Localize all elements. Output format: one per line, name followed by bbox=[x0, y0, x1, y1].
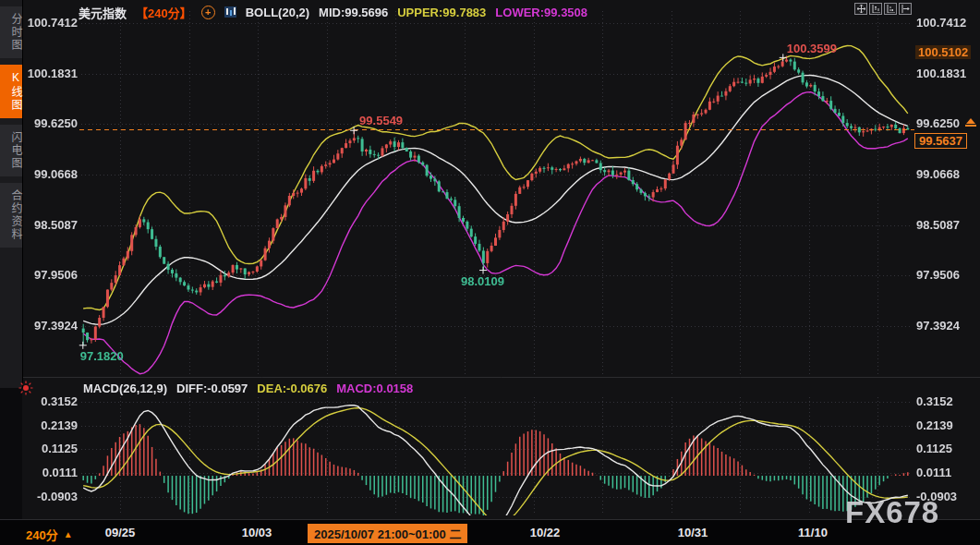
axis-tick-label: 97.3924 bbox=[24, 319, 78, 333]
macd-hist-value: MACD:0.0158 bbox=[336, 382, 413, 395]
axis-tick-label: 100.1831 bbox=[24, 67, 78, 80]
axis-tick-label: 100.1831 bbox=[916, 67, 966, 80]
price-extreme-annotation: 100.3599 bbox=[787, 42, 837, 55]
axis-tick-label: 0.3152 bbox=[916, 394, 953, 408]
trading-chart-window: 分时图K线图闪电图合约资料 美元指数 【240分】 + BOLL(20,2) M… bbox=[0, 0, 980, 545]
period-dropdown-arrow-icon: ▲ bbox=[64, 529, 73, 539]
axis-tick-label: 98.5087 bbox=[24, 218, 78, 232]
sidebar-item-2[interactable]: 闪电图 bbox=[0, 125, 22, 176]
chart-type-sidebar: 分时图K线图闪电图合约资料 bbox=[0, 0, 23, 388]
zoom-x-axis-icon[interactable] bbox=[884, 3, 897, 15]
axis-tick-label: 99.6250 bbox=[916, 116, 960, 130]
macd-dea-value: DEA:-0.0676 bbox=[257, 382, 327, 395]
sidebar-item-1[interactable]: K线图 bbox=[0, 65, 22, 118]
x-axis-date-label: 09/25 bbox=[105, 526, 136, 539]
add-indicator-icon[interactable]: + bbox=[201, 6, 215, 19]
axis-tick-label: 99.0668 bbox=[916, 167, 960, 181]
period-tag[interactable]: 【240分】 bbox=[136, 4, 192, 21]
sidebar-item-0[interactable]: 分时图 bbox=[0, 6, 22, 58]
chart-style-icon[interactable] bbox=[224, 6, 236, 18]
axis-tick-label: 0.1125 bbox=[24, 442, 78, 455]
axis-tick-label: -0.0903 bbox=[24, 490, 78, 503]
axis-tick-label: 100.7412 bbox=[24, 16, 78, 30]
period-selector[interactable]: 240分 ▲ bbox=[26, 526, 73, 543]
axis-tick-label: 99.0668 bbox=[24, 167, 78, 181]
axis-tick-label: 100.7412 bbox=[916, 16, 966, 30]
crosshair-timestamp: 2025/10/07 21:00~01:00 二 bbox=[308, 524, 467, 543]
axis-tick-label: 97.9506 bbox=[916, 268, 960, 282]
macd-title: MACD(26,12,9) bbox=[83, 382, 167, 395]
zoom-y-axis-icon[interactable] bbox=[869, 3, 882, 15]
last-price-label: 99.5637 bbox=[914, 133, 967, 149]
axis-tick-label: 0.0111 bbox=[24, 466, 78, 479]
macd-legend: MACD(26,12,9) DIFF:-0.0597 DEA:-0.0676 M… bbox=[83, 382, 413, 395]
macd-diff-value: DIFF:-0.0597 bbox=[176, 382, 248, 395]
price-extreme-annotation: 99.5549 bbox=[359, 114, 403, 127]
axis-tick-label: 99.6250 bbox=[24, 116, 78, 130]
x-axis-date-label: 11/10 bbox=[798, 526, 828, 539]
sidebar-item-3[interactable]: 合约资料 bbox=[0, 183, 22, 248]
axis-tick-label: 0.2139 bbox=[916, 418, 953, 432]
scroll-right-icon[interactable] bbox=[899, 3, 912, 15]
boll-mid-value: MID:99.5696 bbox=[319, 6, 388, 19]
axis-tick-label: 0.0111 bbox=[916, 466, 951, 479]
chart-toolbar bbox=[854, 3, 912, 15]
main-chart-legend: 美元指数 【240分】 + BOLL(20,2) MID:99.5696 UPP… bbox=[79, 5, 587, 19]
price-extreme-annotation: 98.0109 bbox=[461, 274, 504, 288]
price-extreme-annotation: 97.1820 bbox=[80, 349, 124, 363]
symbol-name: 美元指数 bbox=[79, 4, 127, 21]
x-axis-date-label: 10/31 bbox=[678, 526, 708, 539]
watermark: FX678 bbox=[845, 495, 939, 530]
pan-tool-icon[interactable] bbox=[854, 3, 867, 15]
axis-tick-label: 0.2139 bbox=[24, 418, 78, 432]
boll-upper-value: UPPER:99.7883 bbox=[397, 6, 486, 19]
price-chart-canvas[interactable] bbox=[0, 0, 980, 545]
jump-to-latest-icon[interactable] bbox=[965, 118, 976, 127]
x-axis-date-label: 10/03 bbox=[242, 526, 272, 539]
boll-indicator-label: BOLL(20,2) bbox=[246, 6, 309, 19]
axis-tick-label: 98.5087 bbox=[916, 218, 960, 232]
axis-tick-label: 0.1125 bbox=[916, 442, 952, 455]
axis-tick-label: 97.9506 bbox=[24, 268, 78, 282]
time-axis-bar: 240分 ▲ 2025/10/07 21:00~01:00 二 09/2510/… bbox=[0, 519, 980, 545]
boll-lower-value: LOWER:99.3508 bbox=[495, 6, 587, 19]
live-blinker-icon bbox=[18, 381, 33, 399]
axis-tick-label: 97.3924 bbox=[916, 319, 960, 333]
x-axis-date-label: 10/22 bbox=[530, 526, 561, 539]
session-high-label: 100.5102 bbox=[915, 45, 971, 59]
